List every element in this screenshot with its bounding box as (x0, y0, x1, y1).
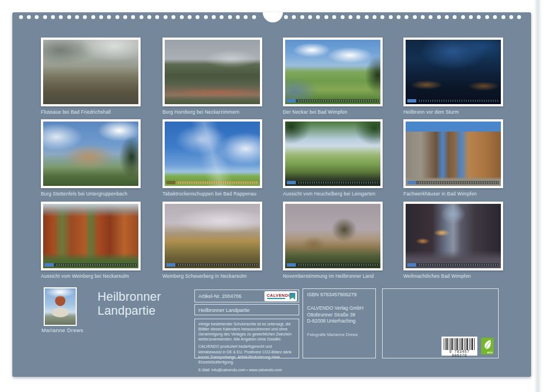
binding-hole (300, 15, 304, 19)
barcode-bars (444, 338, 475, 350)
binding-hole (501, 15, 505, 19)
binding-hole (365, 15, 369, 19)
article-number: Artikel-Nr. 2004706 (198, 293, 241, 299)
calendar-thumbnail: Fachwerkhäuser in Bad Wimpfen (403, 119, 504, 197)
legal-text-box: Infolge bestehender Schutzrechte ist es … (194, 319, 299, 358)
binding-hole (356, 15, 360, 19)
thumbnail-caption: Der Neckar bei Bad Wimpfen (283, 109, 384, 115)
binding-hole (99, 15, 103, 19)
binding-hole (284, 15, 288, 19)
calvendo-logo-text: CALVENDO (267, 293, 292, 298)
barcode-box: 9 783457 906279 eco (382, 288, 499, 358)
binding-hole (147, 15, 151, 19)
thumbnail-caption: Burg Stettenfels bei Untergruppenbach (41, 191, 142, 197)
thumbnail-frame (162, 202, 262, 270)
calendar-page: Flussaue bei Bad Friedrichshall Burg Hor… (12, 12, 531, 377)
binding-hole (404, 15, 408, 19)
thumbnail-photo (43, 204, 138, 268)
binding-hole (316, 15, 320, 19)
binding-hole (75, 15, 79, 19)
legal-paragraph-2: CALVENDO produziert bedarfsgerecht und k… (198, 344, 295, 364)
thumbnail-frame (403, 202, 503, 270)
thumbnail-caption: Weihnachtliches Bad Wimpfen (403, 273, 504, 279)
date-strip (287, 181, 379, 184)
page-title-line1: Heilbronner (97, 290, 161, 304)
date-strip (407, 181, 499, 184)
binding-hole (324, 15, 328, 19)
calendar-thumbnail: Burg Stettenfels bei Untergruppenbach (41, 119, 142, 197)
thumbnail-caption: Aussicht vom Weinberg bei Neckarsulm (41, 273, 142, 279)
thumbnail-frame (403, 119, 503, 188)
binding-hole (171, 15, 175, 19)
publisher-city: D-82008 Unterhaching (307, 318, 371, 325)
thumbnail-frame (162, 119, 262, 188)
binding-hole (164, 15, 168, 19)
thumbnail-caption: Burg Hornberg bei Neckarzimmern (162, 109, 263, 115)
binding-hole (140, 15, 143, 19)
contact-email-line: E-Mail: info@calvendo.com • www.calvendo… (198, 367, 295, 372)
binding-hole (220, 15, 224, 19)
calvendo-flag-icon (290, 293, 295, 300)
binding-hole (493, 15, 497, 19)
article-number-box: Artikel-Nr. 2004706 CALVENDO (194, 290, 299, 302)
binding-hole (421, 15, 425, 19)
thumbnail-photo (285, 204, 380, 268)
date-strip (287, 99, 379, 102)
binding-hole (341, 15, 345, 19)
thumbnail-photo (406, 40, 501, 104)
leaf-icon (482, 339, 492, 350)
binding-hole (204, 15, 208, 19)
calendar-thumbnail: Weinberg Scheuerberg in Neckarsulm (162, 202, 263, 279)
binding-hole (228, 15, 232, 19)
thumbnail-caption: Heilbronn vor dem Sturm (403, 109, 504, 115)
binding-hole (188, 15, 192, 19)
thumbnail-caption: Flussaue bei Bad Friedrichshall (41, 109, 142, 115)
calendar-thumbnail: Flussaue bei Bad Friedrichshall (41, 38, 142, 115)
binding-hole (413, 15, 417, 19)
calendar-thumbnail: Der Neckar bei Bad Wimpfen (283, 38, 384, 115)
binding-hole (348, 15, 352, 19)
ean-barcode: 9 783457 906279 (441, 337, 477, 356)
binding-hole (437, 15, 441, 19)
thumbnail-frame (162, 38, 262, 106)
binding-hole (107, 15, 111, 19)
binding-hole (485, 15, 489, 19)
binding-hole (453, 15, 457, 19)
calendar-thumbnail: Aussicht vom Weinberg bei Neckarsulm (41, 202, 142, 279)
binding-hole (380, 15, 384, 19)
thumbnail-caption: Fachwerkhäuser in Bad Wimpfen (403, 191, 504, 197)
binding-hole (131, 15, 135, 19)
thumbnail-frame (41, 38, 141, 106)
binding-hole (43, 15, 47, 19)
date-strip (166, 181, 258, 184)
binding-hole (517, 15, 521, 19)
binding-hole (308, 15, 312, 19)
binding-hole (35, 15, 39, 19)
publisher-street: Ottobrunner Straße 39 (307, 312, 371, 319)
product-title-box: Heilbronner Landpartie (194, 304, 299, 315)
binding-hole (155, 15, 159, 19)
binding-hole (91, 15, 95, 19)
calvendo-logo: CALVENDO (264, 291, 297, 301)
barcode-digits: 9 783457 906279 (441, 350, 477, 358)
date-strip (166, 263, 258, 267)
binding-hole (19, 15, 23, 19)
binding-hole (212, 15, 216, 19)
eco-label: eco (487, 351, 492, 354)
binding-hole (27, 15, 31, 19)
calendar-thumbnail: Aussicht vom Heuchelberg bei Leingarten (283, 119, 384, 197)
thumbnail-photo (43, 40, 138, 104)
calvendo-logo-tagline-bar (267, 298, 285, 299)
calendar-thumbnail: Burg Hornberg bei Neckarzimmern (162, 38, 263, 115)
date-strip (407, 99, 499, 102)
binding-hole (461, 15, 465, 19)
binding-hole (373, 15, 376, 19)
thumbnail-frame (41, 202, 141, 270)
binding-hole (196, 15, 199, 19)
binding-hole (469, 15, 473, 19)
binding-hole (51, 15, 55, 19)
calendar-thumbnail: Novemberstimmung im Heilbronner Land (283, 202, 384, 279)
thumbnail-photo (285, 122, 380, 186)
thumbnail-photo (406, 122, 501, 186)
thumbnail-photo (406, 204, 501, 268)
